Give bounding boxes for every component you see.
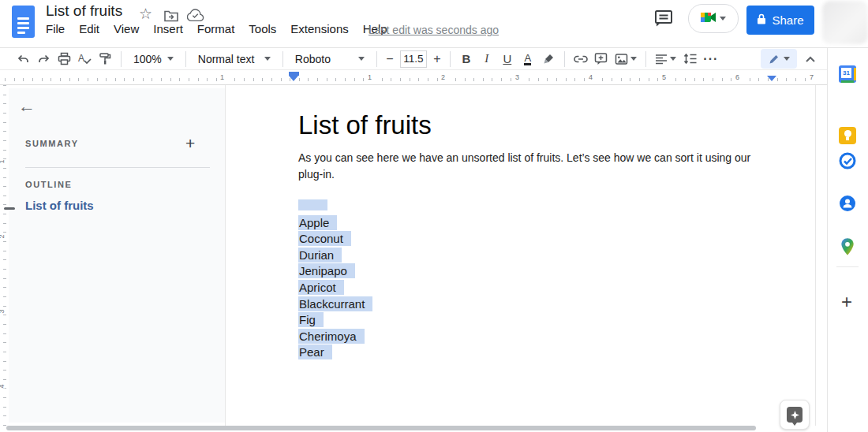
ruler-number: 7 (807, 73, 816, 81)
rail-divider (836, 266, 859, 267)
ruler-number: 1 (365, 73, 374, 81)
paragraph-line: As you can see here we have an unsorted … (298, 150, 750, 166)
redo-icon[interactable] (33, 50, 54, 69)
paragraph-line: plug-in. (298, 166, 750, 183)
ruler-number: 5 (660, 73, 668, 81)
text-color-button[interactable]: A (524, 53, 531, 65)
side-panel-rail: 31 + (827, 48, 868, 432)
list-item[interactable]: Apricot (298, 280, 344, 295)
menu-tools[interactable]: Tools (249, 22, 276, 35)
explore-icon (787, 407, 803, 423)
line-spacing-button[interactable] (680, 50, 701, 69)
tasks-icon[interactable] (839, 152, 856, 169)
insert-link-button[interactable] (571, 50, 591, 69)
align-button[interactable] (652, 50, 680, 69)
pencil-icon (769, 54, 780, 65)
selected-blank-line (298, 199, 327, 210)
menu-file[interactable]: File (46, 22, 65, 35)
list-item[interactable]: Blackcurrant (298, 296, 372, 311)
paint-format-icon[interactable] (95, 50, 115, 69)
document-title[interactable]: List of fruits (46, 2, 122, 20)
calendar-icon[interactable]: 31 (839, 65, 856, 83)
left-indent-marker[interactable] (289, 76, 298, 81)
close-outline-icon[interactable]: ← (18, 96, 36, 117)
meet-button[interactable] (688, 4, 739, 33)
fruit-list[interactable]: Apple Coconut Durian Jenipapo Apricot Bl… (298, 199, 372, 361)
avatar[interactable] (822, 1, 868, 44)
svg-text:A: A (78, 53, 84, 64)
maps-icon[interactable] (839, 237, 856, 255)
underline-button[interactable]: U (497, 50, 518, 69)
header: List of fruits ☆ File Edit View Insert F… (0, 0, 868, 48)
outline-panel: ← SUMMARY + OUTLINE List of fruits (9, 88, 225, 423)
chevron-down-icon (358, 57, 365, 61)
list-item[interactable]: Pear (298, 344, 332, 359)
list-item[interactable]: Fig (298, 312, 324, 327)
menu-edit[interactable]: Edit (79, 22, 99, 35)
ruler-number: 2 (0, 234, 6, 238)
list-item[interactable]: Cherimoya (298, 329, 365, 344)
font-select[interactable]: Roboto (289, 50, 371, 69)
ruler-number: 1 (0, 159, 6, 163)
chevron-down-icon (167, 57, 174, 61)
menu-extensions[interactable]: Extensions (290, 22, 348, 35)
outline-item-dash (4, 207, 15, 210)
editing-mode-button[interactable] (761, 49, 797, 69)
list-item[interactable]: Coconut (298, 231, 351, 246)
horizontal-ruler[interactable]: 1 1 2 3 4 5 6 7 (0, 71, 827, 85)
get-addons-button[interactable]: + (841, 291, 852, 313)
outline-item[interactable]: List of fruits (25, 199, 94, 212)
more-options-button[interactable]: ··· (701, 50, 721, 69)
list-item[interactable]: Jenipapo (298, 263, 355, 278)
docs-logo-icon[interactable] (12, 6, 35, 38)
doc-heading[interactable]: List of fruits (298, 110, 432, 140)
document-page[interactable]: List of fruits As you can see here we ha… (225, 85, 816, 426)
horizontal-scrollbar[interactable] (6, 426, 756, 430)
chevron-down-icon (670, 57, 676, 61)
undo-icon[interactable] (13, 50, 33, 69)
list-item[interactable]: Apple (298, 215, 337, 230)
add-summary-button[interactable]: + (185, 134, 195, 153)
chevron-down-icon (264, 57, 271, 61)
zoom-value: 100% (133, 53, 162, 65)
vertical-ruler: 1 2 3 4 (0, 85, 9, 426)
contacts-icon[interactable] (839, 195, 856, 212)
add-comment-button[interactable] (591, 50, 612, 69)
google-docs-window: List of fruits ☆ File Edit View Insert F… (0, 0, 868, 432)
bold-button[interactable]: B (456, 50, 477, 69)
menu-insert[interactable]: Insert (153, 22, 183, 35)
highlight-color-button[interactable] (538, 50, 559, 69)
zoom-select[interactable]: 100% (127, 50, 180, 69)
share-label: Share (772, 13, 803, 27)
meet-caret-icon (720, 17, 726, 20)
menu-format[interactable]: Format (197, 22, 235, 35)
explore-button[interactable] (780, 400, 810, 430)
ruler-number: 3 (0, 309, 6, 313)
insert-image-button[interactable] (612, 50, 640, 69)
chevron-down-icon (784, 57, 790, 61)
collapse-toolbar-button[interactable] (805, 55, 816, 63)
menu-bar: File Edit View Insert Format Tools Exten… (46, 22, 387, 35)
last-edit-link[interactable]: Last edit was seconds ago (369, 24, 499, 36)
summary-label: SUMMARY (25, 139, 79, 148)
font-size-input[interactable]: 11.5 (400, 50, 427, 68)
font-size-decrease-button[interactable]: − (383, 52, 397, 66)
spellcheck-icon[interactable]: A (74, 50, 95, 69)
paragraph-style-select[interactable]: Normal text (192, 50, 277, 69)
list-item[interactable]: Durian (298, 248, 342, 263)
keep-icon[interactable] (839, 127, 856, 144)
font-size-increase-button[interactable]: + (430, 52, 444, 66)
menu-view[interactable]: View (114, 22, 139, 35)
right-indent-marker[interactable] (767, 76, 776, 81)
print-icon[interactable] (54, 50, 74, 69)
share-button[interactable]: Share (746, 6, 814, 35)
star-icon[interactable]: ☆ (139, 5, 152, 23)
font-value: Roboto (295, 53, 331, 65)
style-value: Normal text (198, 53, 255, 65)
italic-button[interactable]: I (477, 50, 497, 69)
meet-icon (701, 11, 716, 27)
doc-paragraph[interactable]: As you can see here we have an unsorted … (298, 150, 750, 182)
comment-history-icon[interactable] (653, 8, 675, 32)
ruler-number: 1 (218, 73, 226, 81)
outline-label: OUTLINE (25, 180, 72, 189)
